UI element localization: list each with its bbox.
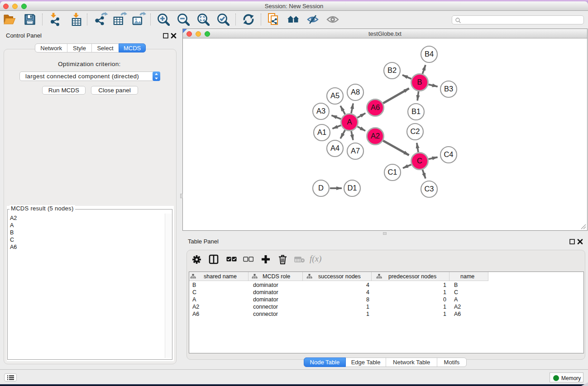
svg-text:A5: A5 [330,91,339,100]
svg-text:A2: A2 [371,132,380,140]
svg-text:A4: A4 [330,144,339,152]
svg-text:B4: B4 [425,50,434,58]
svg-text:B: B [417,78,422,86]
svg-text:C3: C3 [424,185,434,193]
svg-text:C4: C4 [444,150,453,158]
svg-text:A7: A7 [351,147,360,155]
svg-text:A3: A3 [316,107,325,115]
svg-text:C1: C1 [387,168,397,176]
svg-text:A: A [347,118,352,126]
svg-text:D1: D1 [347,184,357,192]
svg-text:B3: B3 [444,85,453,93]
svg-text:A1: A1 [317,128,326,136]
svg-text:D: D [318,184,324,192]
svg-text:A6: A6 [371,103,380,111]
svg-text:C2: C2 [410,127,420,135]
svg-text:B2: B2 [387,66,397,74]
svg-text:A8: A8 [351,88,360,96]
svg-text:B1: B1 [411,107,421,115]
svg-text:C: C [417,157,422,165]
